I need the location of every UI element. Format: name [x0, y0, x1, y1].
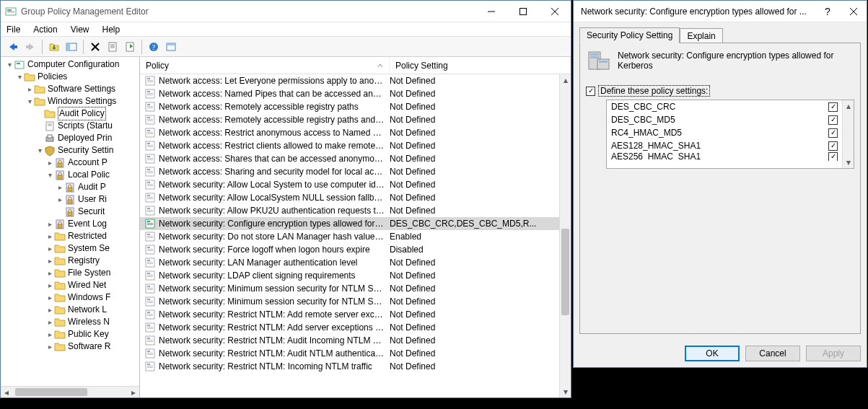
policy-row[interactable]: Network security: Allow PKU2U authentica… [140, 204, 571, 217]
encryption-option-checkbox[interactable]: ✓ [828, 102, 838, 112]
expand-toggle-icon[interactable]: ▸ [45, 255, 54, 267]
policy-row[interactable]: Network access: Remotely accessible regi… [140, 113, 571, 126]
scroll-down-icon[interactable]: ▾ [843, 157, 854, 168]
policy-row[interactable]: Network access: Named Pipes that can be … [140, 87, 571, 100]
expand-toggle-icon[interactable]: ▾ [15, 71, 24, 83]
tree-item[interactable]: ▾Security Settin [2, 144, 139, 157]
expand-toggle-icon[interactable]: ▸ [45, 230, 54, 242]
expand-toggle-icon[interactable]: ▸ [56, 193, 64, 206]
policy-row[interactable]: Network security: Restrict NTLM: Audit N… [140, 347, 571, 360]
column-policy[interactable]: Policy [140, 57, 390, 74]
tree-item[interactable]: ▸Event Log [2, 218, 139, 230]
encryption-option-checkbox[interactable]: ✓ [828, 115, 838, 125]
expand-toggle-icon[interactable]: ▾ [25, 95, 34, 107]
policy-row[interactable]: Network security: Minimum session securi… [140, 282, 571, 295]
tree[interactable]: ▾Computer Configuration▾Policies▸Softwar… [1, 57, 139, 354]
policy-row[interactable]: Network access: Restrict anonymous acces… [140, 126, 571, 139]
menu-file[interactable]: File [6, 25, 20, 35]
expand-toggle-icon[interactable]: ▸ [45, 291, 54, 304]
scroll-down-icon[interactable]: ▾ [560, 386, 571, 397]
encryption-option-checkbox[interactable]: ✓ [828, 128, 838, 138]
tree-item[interactable]: ▾Policies [2, 71, 139, 83]
menu-help[interactable]: Help [102, 25, 120, 35]
tree-item[interactable]: ▾Windows Settings [2, 95, 139, 107]
column-setting[interactable]: Policy Setting [390, 57, 571, 74]
tree-item[interactable]: ▾Local Polic [2, 169, 139, 181]
encryption-option[interactable]: RC4_HMAC_MD5✓ [607, 126, 842, 139]
scroll-left-icon[interactable]: ◂ [1, 387, 12, 397]
maximize-button[interactable] [507, 1, 539, 22]
tree-hscrollbar[interactable]: ◂ ▸ [1, 386, 139, 397]
delete-button[interactable] [87, 39, 103, 55]
define-settings-checkbox[interactable]: ✓ [586, 87, 595, 96]
policy-row[interactable]: Network security: LDAP client signing re… [140, 269, 571, 282]
tree-item[interactable]: ▸Restricted [2, 230, 139, 242]
scroll-up-icon[interactable]: ▴ [560, 74, 571, 86]
minimize-button[interactable] [475, 1, 507, 22]
tree-item[interactable]: ▸Network L [2, 304, 139, 316]
policy-row[interactable]: Network security: LAN Manager authentica… [140, 256, 571, 269]
menu-view[interactable]: View [71, 25, 89, 35]
encryption-option[interactable]: DES_CBC_CRC✓ [607, 100, 842, 113]
policy-row[interactable]: Network security: Restrict NTLM: Audit I… [140, 334, 571, 347]
tree-item[interactable]: ▾Computer Configuration [2, 58, 139, 71]
filter-button[interactable] [163, 39, 179, 55]
expand-toggle-icon[interactable]: ▸ [45, 267, 54, 279]
encryption-option[interactable]: AES128_HMAC_SHA1✓ [607, 139, 842, 152]
properties-button[interactable] [105, 39, 120, 55]
tree-item[interactable]: Securit [2, 206, 139, 218]
tree-item[interactable]: ▸Wireless N [2, 316, 139, 328]
list-vscrollbar[interactable]: ▴ ▾ [559, 74, 571, 397]
encryption-option-checkbox[interactable]: ✓ [828, 141, 838, 151]
policy-row[interactable]: Network security: Allow LocalSystem NULL… [140, 191, 571, 204]
dialog-help-button[interactable]: ? [815, 1, 841, 22]
apply-button[interactable]: Apply [806, 346, 861, 361]
tree-item[interactable]: ▸Registry [2, 255, 139, 267]
policy-row[interactable]: Network security: Allow Local System to … [140, 178, 571, 191]
policy-row[interactable]: Network security: Restrict NTLM: Add ser… [140, 321, 571, 334]
expand-toggle-icon[interactable]: ▾ [35, 144, 44, 157]
back-button[interactable] [5, 39, 21, 55]
export-button[interactable] [122, 39, 138, 55]
expand-toggle-icon[interactable]: ▾ [5, 58, 14, 71]
tree-item[interactable]: Deployed Prin [2, 132, 139, 144]
forward-button[interactable] [22, 39, 38, 55]
expand-toggle-icon[interactable]: ▸ [45, 157, 54, 169]
encryption-option-checkbox[interactable]: ✓ [828, 152, 838, 161]
policy-row[interactable]: Network security: Configure encryption t… [140, 217, 571, 230]
policy-row[interactable]: Network access: Shares that can be acces… [140, 152, 571, 165]
up-button[interactable] [46, 39, 62, 55]
expand-toggle-icon[interactable]: ▸ [45, 279, 54, 291]
define-settings-row[interactable]: ✓ Define these policy settings: [586, 85, 854, 97]
tree-item[interactable]: ▸Public Key [2, 328, 139, 340]
tree-item[interactable]: ▸Wired Net [2, 279, 139, 291]
dialog-close-button[interactable] [841, 1, 867, 22]
policy-row[interactable]: Network access: Remotely accessible regi… [140, 100, 571, 113]
expand-toggle-icon[interactable]: ▸ [56, 181, 64, 193]
show-hide-tree-button[interactable] [63, 39, 79, 55]
policy-row[interactable]: Network security: Minimum session securi… [140, 295, 571, 308]
policy-row[interactable]: Network access: Let Everyone permissions… [140, 74, 571, 87]
close-button[interactable] [539, 1, 571, 22]
expand-toggle-icon[interactable]: ▸ [25, 83, 34, 95]
tree-item[interactable]: Audit Policy [2, 107, 139, 120]
help-button[interactable]: ? [146, 39, 162, 55]
cancel-button[interactable]: Cancel [745, 346, 800, 361]
expand-toggle-icon[interactable]: ▸ [45, 242, 54, 255]
menu-action[interactable]: Action [33, 25, 57, 35]
policy-row[interactable]: Network security: Force logoff when logo… [140, 243, 571, 256]
encryption-list-scrollbar[interactable]: ▴ ▾ [842, 100, 854, 168]
encryption-option[interactable]: DES_CBC_MD5✓ [607, 113, 842, 126]
tree-item[interactable]: ▸Software R [2, 340, 139, 353]
expand-toggle-icon[interactable]: ▸ [45, 328, 54, 340]
policy-row[interactable]: Network access: Restrict clients allowed… [140, 139, 571, 152]
scroll-right-icon[interactable]: ▸ [128, 387, 139, 397]
scroll-up-icon[interactable]: ▴ [843, 100, 854, 112]
policy-row[interactable]: Network security: Do not store LAN Manag… [140, 230, 571, 243]
encryption-option[interactable]: AES256_HMAC_SHA1✓ [607, 152, 842, 161]
policy-row[interactable]: Network security: Restrict NTLM: Add rem… [140, 308, 571, 321]
expand-toggle-icon[interactable]: ▸ [45, 218, 54, 230]
tab-security-policy-setting[interactable]: Security Policy Setting [579, 27, 680, 43]
ok-button[interactable]: OK [685, 346, 740, 361]
tab-explain[interactable]: Explain [680, 28, 722, 43]
